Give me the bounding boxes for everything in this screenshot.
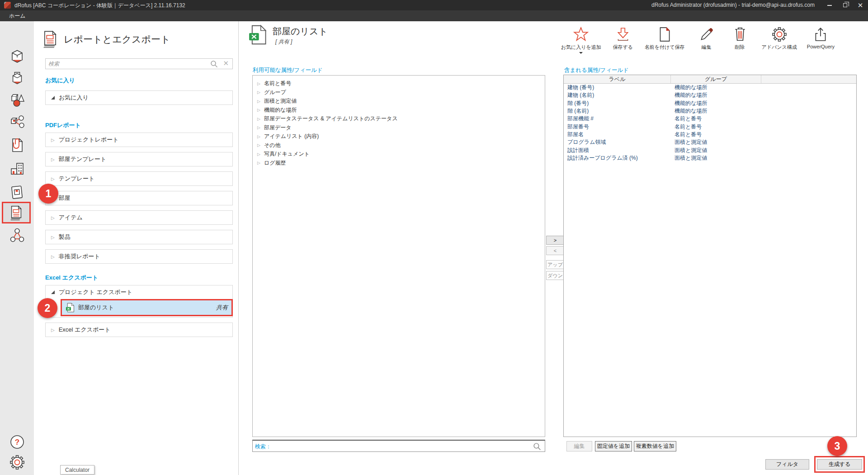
- cell-label: 階 (名前): [564, 107, 671, 115]
- menu-home[interactable]: ホーム: [6, 10, 28, 21]
- tree-item-project-export[interactable]: プロジェクト エクスポート: [46, 285, 232, 299]
- tree-item[interactable]: ▷その他: [253, 141, 545, 150]
- tree-item-rooms[interactable]: ▷部屋: [45, 191, 233, 205]
- reports-module-active[interactable]: [2, 202, 31, 223]
- delete-button[interactable]: 削除: [728, 26, 752, 51]
- expanded-triangle-icon[interactable]: [51, 96, 55, 100]
- tree-item-project-report[interactable]: ▷プロジェクトレポート: [45, 133, 233, 147]
- table-row[interactable]: 設計済みープログラム済 (%)面積と測定値: [564, 154, 856, 162]
- table-row[interactable]: プログラム領域面積と測定値: [564, 138, 856, 146]
- data-links-module-icon[interactable]: [0, 226, 34, 246]
- collapsed-triangle-icon[interactable]: ▷: [257, 161, 260, 165]
- help-icon[interactable]: ?: [0, 432, 34, 452]
- tree-item[interactable]: ▷部屋データ: [253, 124, 545, 133]
- tree-item-room-list-selected[interactable]: 部屋のリスト 共有: [61, 299, 233, 316]
- close-button[interactable]: ✕: [853, 0, 868, 10]
- settings-gear-icon[interactable]: [0, 452, 34, 472]
- collapsed-triangle-icon[interactable]: ▷: [257, 143, 260, 147]
- tree-item[interactable]: ▷名前と番号: [253, 79, 545, 88]
- report-search-field[interactable]: ✕: [45, 58, 233, 69]
- collapsed-triangle-icon[interactable]: ▷: [51, 328, 55, 332]
- move-up-button[interactable]: アップ: [546, 260, 564, 269]
- expand-sidebar-icon[interactable]: [0, 473, 34, 475]
- collapsed-triangle-icon[interactable]: ▷: [257, 117, 260, 121]
- tree-item[interactable]: ▷機能的な場所: [253, 106, 545, 115]
- add-favorite-button[interactable]: お気に入りを追加: [561, 26, 601, 54]
- collapsed-triangle-icon[interactable]: ▷: [257, 125, 260, 130]
- tree-item-label: 写真/ドキュメント: [264, 150, 310, 158]
- save-as-button[interactable]: 名前を付けて保存: [645, 26, 685, 51]
- collapsed-triangle-icon[interactable]: ▷: [257, 134, 260, 139]
- save-button[interactable]: 保存する: [611, 26, 635, 51]
- tree-item[interactable]: ▷アイテムリスト (内容): [253, 132, 545, 141]
- restore-button[interactable]: [837, 0, 853, 10]
- collapsed-triangle-icon[interactable]: ▷: [51, 235, 55, 240]
- catalog-module-icon[interactable]: [0, 182, 34, 202]
- collapsed-triangle-icon[interactable]: ▷: [257, 108, 260, 112]
- collapsed-triangle-icon[interactable]: ▷: [51, 215, 55, 220]
- generate-button[interactable]: 生成する: [817, 459, 862, 470]
- clear-search-icon[interactable]: ✕: [223, 59, 229, 67]
- tree-item-products[interactable]: ▷製品: [45, 230, 233, 244]
- table-row[interactable]: 部屋番号名前と番号: [564, 123, 856, 130]
- restore-icon: [843, 3, 847, 7]
- table-row[interactable]: 階 (名前)機能的な場所: [564, 107, 856, 115]
- collapsed-triangle-icon[interactable]: ▷: [257, 99, 260, 104]
- move-down-button[interactable]: ダウン: [546, 271, 564, 280]
- tree-item-excel-export[interactable]: ▷Excel エクスポート: [45, 323, 233, 337]
- search-icon[interactable]: [533, 442, 541, 451]
- tree-item[interactable]: ▷グループ: [253, 88, 545, 97]
- add-attribute-button[interactable]: >: [546, 236, 564, 245]
- powerquery-button[interactable]: PowerQuery: [807, 26, 835, 49]
- buildings-module-icon[interactable]: [0, 159, 34, 179]
- collapsed-triangle-icon[interactable]: ▷: [257, 152, 260, 157]
- included-attributes-table[interactable]: ラベル グループ 建物 (番号)機能的な場所 建物 (名前)機能的な場所 階 (…: [563, 75, 857, 437]
- add-fixed-value-button[interactable]: 固定値を追加: [595, 441, 632, 451]
- collapsed-triangle-icon[interactable]: ▷: [257, 90, 260, 95]
- edit-value-button[interactable]: 編集: [566, 441, 592, 451]
- tree-item[interactable]: ▷ログ履歴: [253, 159, 545, 168]
- favorites-tree-item[interactable]: お気に入り: [45, 90, 233, 105]
- tree-item[interactable]: ▷面積と測定値: [253, 97, 545, 106]
- collapsed-triangle-icon[interactable]: ▷: [51, 176, 55, 181]
- collapsed-triangle-icon[interactable]: ▷: [257, 81, 260, 86]
- remove-attribute-button[interactable]: <: [546, 246, 564, 255]
- column-header-label[interactable]: ラベル: [564, 75, 671, 83]
- add-multi-value-button[interactable]: 複素数値を追加: [634, 441, 676, 451]
- table-row[interactable]: 階 (番号)機能的な場所: [564, 100, 856, 107]
- minimize-button[interactable]: [822, 0, 837, 10]
- expanded-triangle-icon[interactable]: [51, 290, 55, 294]
- items-module-icon[interactable]: [0, 68, 34, 88]
- documents-module-icon[interactable]: [0, 135, 34, 155]
- table-row[interactable]: 部屋機能 #名前と番号: [564, 115, 856, 123]
- available-attributes-tree[interactable]: ▷名前と番号 ▷グループ ▷面積と測定値 ▷機能的な場所 ▷部屋データステータス…: [252, 75, 545, 437]
- systems-module-icon[interactable]: [0, 112, 34, 132]
- report-shared-subtitle: [ 共有 ]: [275, 38, 292, 46]
- rooms-module-icon[interactable]: [0, 47, 34, 66]
- tree-item-deprecated-reports[interactable]: ▷非推奨レポート: [45, 249, 233, 264]
- tree-item-room-template[interactable]: ▷部屋テンプレート: [45, 152, 233, 166]
- table-row[interactable]: 建物 (番号)機能的な場所: [564, 84, 856, 91]
- filter-button[interactable]: フィルタ: [765, 459, 809, 470]
- tree-item-items[interactable]: ▷アイテム: [45, 210, 233, 225]
- collapsed-triangle-icon[interactable]: ▷: [51, 254, 55, 259]
- column-header-group[interactable]: グループ: [671, 75, 761, 83]
- report-search-input[interactable]: [48, 60, 202, 68]
- search-icon[interactable]: [210, 60, 218, 68]
- cell-group: 名前と番号: [671, 115, 761, 123]
- edit-button[interactable]: 編集: [695, 26, 718, 51]
- tree-item[interactable]: ▷写真/ドキュメント: [253, 150, 545, 159]
- tree-item-label: 機能的な場所: [264, 106, 297, 114]
- attribute-search-field[interactable]: 検索：: [252, 440, 545, 452]
- table-row[interactable]: 部屋名名前と番号: [564, 131, 856, 138]
- shared-badge: 共有: [216, 304, 228, 312]
- toolbar-label: 名前を付けて保存: [645, 44, 685, 51]
- item-groups-module-icon[interactable]: [0, 90, 34, 110]
- collapsed-triangle-icon[interactable]: ▷: [51, 157, 55, 162]
- collapsed-triangle-icon[interactable]: ▷: [51, 138, 55, 142]
- tree-item[interactable]: ▷部屋データステータス & アイテムリストのステータス: [253, 114, 545, 124]
- table-row[interactable]: 建物 (名前)機能的な場所: [564, 91, 856, 99]
- advanced-config-button[interactable]: アドバンス構成: [762, 26, 797, 51]
- table-row[interactable]: 設計面積面積と測定値: [564, 146, 856, 154]
- tree-item-template[interactable]: ▷テンプレート: [45, 171, 233, 186]
